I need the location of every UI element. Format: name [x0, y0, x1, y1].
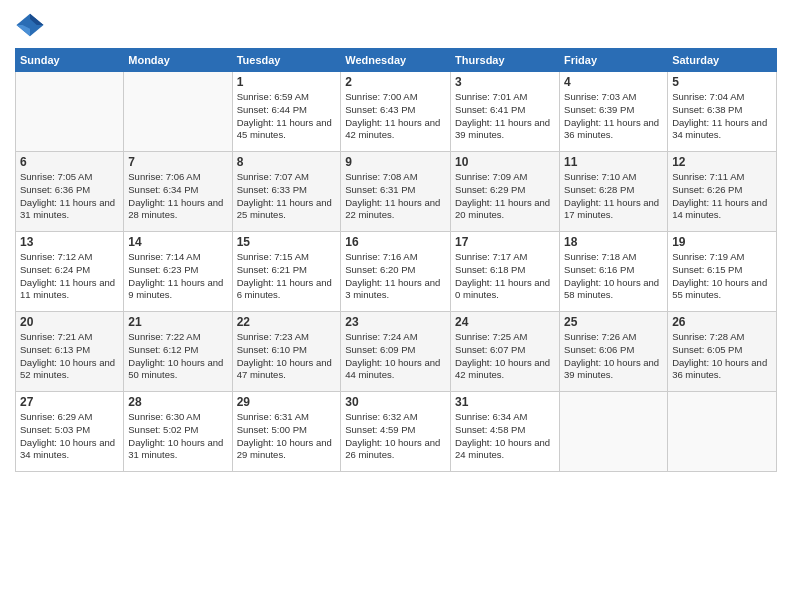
calendar-cell: 10Sunrise: 7:09 AM Sunset: 6:29 PM Dayli… [451, 152, 560, 232]
day-info: Sunrise: 6:31 AM Sunset: 5:00 PM Dayligh… [237, 411, 337, 462]
calendar-cell [16, 72, 124, 152]
day-number: 4 [564, 75, 663, 89]
day-number: 9 [345, 155, 446, 169]
day-number: 3 [455, 75, 555, 89]
day-info: Sunrise: 7:28 AM Sunset: 6:05 PM Dayligh… [672, 331, 772, 382]
weekday-header-row: SundayMondayTuesdayWednesdayThursdayFrid… [16, 49, 777, 72]
day-number: 6 [20, 155, 119, 169]
day-number: 5 [672, 75, 772, 89]
day-info: Sunrise: 7:00 AM Sunset: 6:43 PM Dayligh… [345, 91, 446, 142]
day-number: 14 [128, 235, 227, 249]
day-info: Sunrise: 6:30 AM Sunset: 5:02 PM Dayligh… [128, 411, 227, 462]
day-number: 23 [345, 315, 446, 329]
day-number: 18 [564, 235, 663, 249]
day-number: 8 [237, 155, 337, 169]
calendar-cell: 1Sunrise: 6:59 AM Sunset: 6:44 PM Daylig… [232, 72, 341, 152]
day-info: Sunrise: 7:10 AM Sunset: 6:28 PM Dayligh… [564, 171, 663, 222]
calendar-cell: 22Sunrise: 7:23 AM Sunset: 6:10 PM Dayli… [232, 312, 341, 392]
calendar-week-5: 27Sunrise: 6:29 AM Sunset: 5:03 PM Dayli… [16, 392, 777, 472]
calendar-table: SundayMondayTuesdayWednesdayThursdayFrid… [15, 48, 777, 472]
weekday-monday: Monday [124, 49, 232, 72]
calendar-cell: 24Sunrise: 7:25 AM Sunset: 6:07 PM Dayli… [451, 312, 560, 392]
calendar-week-3: 13Sunrise: 7:12 AM Sunset: 6:24 PM Dayli… [16, 232, 777, 312]
day-info: Sunrise: 7:24 AM Sunset: 6:09 PM Dayligh… [345, 331, 446, 382]
day-info: Sunrise: 6:34 AM Sunset: 4:58 PM Dayligh… [455, 411, 555, 462]
header [15, 10, 777, 40]
day-number: 24 [455, 315, 555, 329]
day-info: Sunrise: 6:29 AM Sunset: 5:03 PM Dayligh… [20, 411, 119, 462]
day-info: Sunrise: 7:08 AM Sunset: 6:31 PM Dayligh… [345, 171, 446, 222]
calendar-cell: 23Sunrise: 7:24 AM Sunset: 6:09 PM Dayli… [341, 312, 451, 392]
calendar-cell: 12Sunrise: 7:11 AM Sunset: 6:26 PM Dayli… [668, 152, 777, 232]
day-number: 13 [20, 235, 119, 249]
day-info: Sunrise: 7:25 AM Sunset: 6:07 PM Dayligh… [455, 331, 555, 382]
calendar-cell: 13Sunrise: 7:12 AM Sunset: 6:24 PM Dayli… [16, 232, 124, 312]
day-number: 25 [564, 315, 663, 329]
day-info: Sunrise: 7:01 AM Sunset: 6:41 PM Dayligh… [455, 91, 555, 142]
day-info: Sunrise: 7:04 AM Sunset: 6:38 PM Dayligh… [672, 91, 772, 142]
calendar-cell: 17Sunrise: 7:17 AM Sunset: 6:18 PM Dayli… [451, 232, 560, 312]
day-info: Sunrise: 7:18 AM Sunset: 6:16 PM Dayligh… [564, 251, 663, 302]
logo [15, 10, 47, 40]
day-info: Sunrise: 7:23 AM Sunset: 6:10 PM Dayligh… [237, 331, 337, 382]
calendar-cell: 2Sunrise: 7:00 AM Sunset: 6:43 PM Daylig… [341, 72, 451, 152]
day-number: 2 [345, 75, 446, 89]
calendar-cell: 6Sunrise: 7:05 AM Sunset: 6:36 PM Daylig… [16, 152, 124, 232]
calendar-cell [124, 72, 232, 152]
calendar-cell: 18Sunrise: 7:18 AM Sunset: 6:16 PM Dayli… [560, 232, 668, 312]
calendar-cell: 4Sunrise: 7:03 AM Sunset: 6:39 PM Daylig… [560, 72, 668, 152]
day-info: Sunrise: 7:22 AM Sunset: 6:12 PM Dayligh… [128, 331, 227, 382]
day-number: 11 [564, 155, 663, 169]
day-info: Sunrise: 6:59 AM Sunset: 6:44 PM Dayligh… [237, 91, 337, 142]
calendar-cell [560, 392, 668, 472]
calendar-cell: 27Sunrise: 6:29 AM Sunset: 5:03 PM Dayli… [16, 392, 124, 472]
day-number: 12 [672, 155, 772, 169]
weekday-sunday: Sunday [16, 49, 124, 72]
calendar-cell: 5Sunrise: 7:04 AM Sunset: 6:38 PM Daylig… [668, 72, 777, 152]
weekday-saturday: Saturday [668, 49, 777, 72]
day-number: 15 [237, 235, 337, 249]
day-info: Sunrise: 7:12 AM Sunset: 6:24 PM Dayligh… [20, 251, 119, 302]
day-info: Sunrise: 7:05 AM Sunset: 6:36 PM Dayligh… [20, 171, 119, 222]
day-info: Sunrise: 7:06 AM Sunset: 6:34 PM Dayligh… [128, 171, 227, 222]
day-info: Sunrise: 7:11 AM Sunset: 6:26 PM Dayligh… [672, 171, 772, 222]
calendar-cell: 26Sunrise: 7:28 AM Sunset: 6:05 PM Dayli… [668, 312, 777, 392]
day-info: Sunrise: 7:26 AM Sunset: 6:06 PM Dayligh… [564, 331, 663, 382]
weekday-wednesday: Wednesday [341, 49, 451, 72]
calendar-cell [668, 392, 777, 472]
day-number: 16 [345, 235, 446, 249]
day-info: Sunrise: 7:03 AM Sunset: 6:39 PM Dayligh… [564, 91, 663, 142]
day-info: Sunrise: 7:07 AM Sunset: 6:33 PM Dayligh… [237, 171, 337, 222]
page-container: SundayMondayTuesdayWednesdayThursdayFrid… [0, 0, 792, 482]
day-number: 30 [345, 395, 446, 409]
day-number: 7 [128, 155, 227, 169]
day-number: 10 [455, 155, 555, 169]
day-info: Sunrise: 6:32 AM Sunset: 4:59 PM Dayligh… [345, 411, 446, 462]
logo-icon [15, 10, 45, 40]
calendar-cell: 11Sunrise: 7:10 AM Sunset: 6:28 PM Dayli… [560, 152, 668, 232]
day-info: Sunrise: 7:19 AM Sunset: 6:15 PM Dayligh… [672, 251, 772, 302]
day-number: 31 [455, 395, 555, 409]
day-info: Sunrise: 7:14 AM Sunset: 6:23 PM Dayligh… [128, 251, 227, 302]
calendar-cell: 14Sunrise: 7:14 AM Sunset: 6:23 PM Dayli… [124, 232, 232, 312]
calendar-cell: 9Sunrise: 7:08 AM Sunset: 6:31 PM Daylig… [341, 152, 451, 232]
calendar-week-4: 20Sunrise: 7:21 AM Sunset: 6:13 PM Dayli… [16, 312, 777, 392]
calendar-body: 1Sunrise: 6:59 AM Sunset: 6:44 PM Daylig… [16, 72, 777, 472]
day-number: 20 [20, 315, 119, 329]
day-number: 26 [672, 315, 772, 329]
calendar-cell: 15Sunrise: 7:15 AM Sunset: 6:21 PM Dayli… [232, 232, 341, 312]
day-number: 19 [672, 235, 772, 249]
calendar-week-2: 6Sunrise: 7:05 AM Sunset: 6:36 PM Daylig… [16, 152, 777, 232]
calendar-cell: 19Sunrise: 7:19 AM Sunset: 6:15 PM Dayli… [668, 232, 777, 312]
calendar-cell: 28Sunrise: 6:30 AM Sunset: 5:02 PM Dayli… [124, 392, 232, 472]
calendar-cell: 21Sunrise: 7:22 AM Sunset: 6:12 PM Dayli… [124, 312, 232, 392]
day-number: 22 [237, 315, 337, 329]
calendar-cell: 16Sunrise: 7:16 AM Sunset: 6:20 PM Dayli… [341, 232, 451, 312]
calendar-week-1: 1Sunrise: 6:59 AM Sunset: 6:44 PM Daylig… [16, 72, 777, 152]
day-info: Sunrise: 7:21 AM Sunset: 6:13 PM Dayligh… [20, 331, 119, 382]
weekday-friday: Friday [560, 49, 668, 72]
calendar-cell: 29Sunrise: 6:31 AM Sunset: 5:00 PM Dayli… [232, 392, 341, 472]
calendar-cell: 31Sunrise: 6:34 AM Sunset: 4:58 PM Dayli… [451, 392, 560, 472]
day-number: 21 [128, 315, 227, 329]
calendar-cell: 7Sunrise: 7:06 AM Sunset: 6:34 PM Daylig… [124, 152, 232, 232]
